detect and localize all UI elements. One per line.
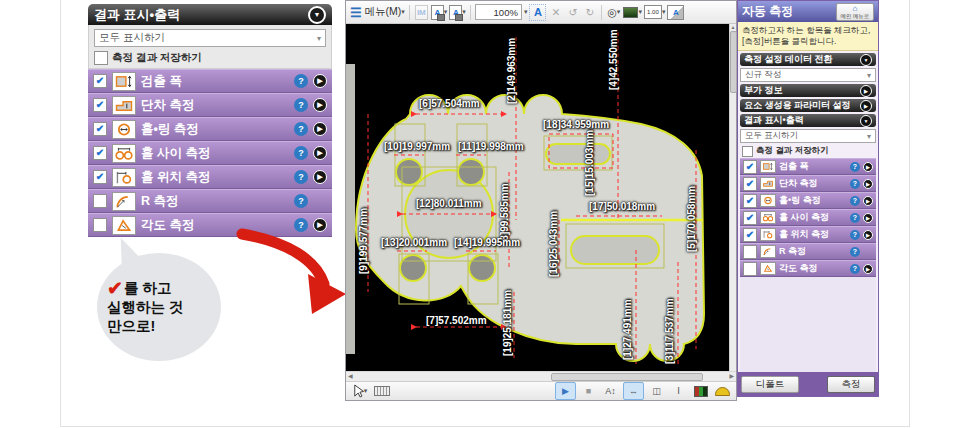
play-icon[interactable]: ▶ bbox=[863, 213, 873, 223]
caliper-tool-button[interactable]: 1.00▾ bbox=[644, 4, 666, 21]
section-measure-settings[interactable]: 측정 설정 데이터 전환 ▼ bbox=[740, 53, 876, 66]
vertical-scroll-thumb[interactable] bbox=[730, 31, 737, 93]
color-histogram-button[interactable] bbox=[691, 383, 710, 399]
measure-item-row[interactable]: ✔ 홀 사이 측정 ? ▶ bbox=[740, 209, 876, 226]
help-icon[interactable]: ? bbox=[294, 194, 308, 208]
measure-item-row[interactable]: ✔ 검출 폭 ? ▶ bbox=[740, 158, 876, 175]
stop-button[interactable]: ■ bbox=[579, 383, 598, 399]
horizontal-scrollbar[interactable]: ◀ ▶ bbox=[346, 371, 736, 381]
save-results-row-right[interactable]: 측정 결과 저장하기 bbox=[742, 145, 874, 157]
vertical-scrollbar[interactable]: ▲ bbox=[729, 24, 736, 371]
item-checkbox[interactable]: ✔ bbox=[743, 245, 757, 259]
help-icon[interactable]: ? bbox=[850, 213, 860, 223]
recipe-dropdown[interactable]: 신규 작성 ▾ bbox=[740, 68, 876, 82]
help-icon[interactable]: ? bbox=[294, 170, 308, 184]
measure-item-row[interactable]: ✔ R 측정 ? ▶ bbox=[740, 243, 876, 260]
measure-item-row[interactable]: ✔ 홀•링 측정 ? ▶ bbox=[88, 117, 332, 141]
measurement-canvas[interactable]: [6]57.504mm[2]149.963mm[4]42.550mm[18]34… bbox=[346, 24, 729, 371]
play-icon[interactable]: ▶ bbox=[863, 264, 873, 274]
stage-tool-button[interactable] bbox=[372, 383, 391, 399]
expand-icon[interactable]: ▶ bbox=[860, 85, 872, 97]
save-results-row[interactable]: 측정 결과 저장하기 bbox=[94, 51, 326, 65]
chevron-down-icon[interactable]: ▾ bbox=[524, 8, 528, 16]
save-results-checkbox[interactable] bbox=[742, 146, 753, 157]
play-icon[interactable]: ▶ bbox=[313, 74, 327, 88]
section-element-parameters[interactable]: 요소 생성용 파라미터 설정 ▶ bbox=[740, 99, 876, 112]
fit-width-button[interactable]: ↔ bbox=[623, 382, 644, 400]
play-icon[interactable]: ▶ bbox=[313, 122, 327, 136]
item-checkbox[interactable]: ✔ bbox=[93, 98, 107, 112]
print-button[interactable]: A▾ bbox=[449, 4, 466, 21]
scroll-up-icon[interactable]: ▲ bbox=[731, 24, 736, 30]
play-icon[interactable]: ▶ bbox=[313, 146, 327, 160]
play-icon[interactable]: ▶ bbox=[313, 98, 327, 112]
help-icon[interactable]: ? bbox=[294, 98, 308, 112]
help-icon[interactable]: ? bbox=[850, 196, 860, 206]
measure-item-row[interactable]: ✔ 홀 사이 측정 ? ▶ bbox=[88, 141, 332, 165]
help-icon[interactable]: ? bbox=[294, 74, 308, 88]
target-tool-button[interactable]: ◎▾ bbox=[606, 4, 621, 21]
measure-item-row[interactable]: ✔ 홀•링 측정 ? ▶ bbox=[740, 192, 876, 209]
display-filter-dropdown[interactable]: 모두 표시하기 ▾ bbox=[94, 29, 326, 47]
left-panel-header[interactable]: 결과 표시•출력 ▼ bbox=[88, 4, 332, 25]
measure-item-icon bbox=[760, 211, 776, 224]
item-checkbox[interactable]: ✔ bbox=[93, 122, 107, 136]
fit-to-screen-button[interactable]: A bbox=[529, 4, 546, 21]
caliper-bottom-button[interactable]: Ⅰ bbox=[669, 383, 688, 399]
measure-item-row[interactable]: ✔ 단차 측정 ? ▶ bbox=[740, 175, 876, 192]
measure-item-row[interactable]: ✔ 검출 폭 ? ▶ bbox=[88, 69, 332, 93]
measure-region-button[interactable]: ◫ bbox=[647, 383, 666, 399]
help-icon[interactable]: ? bbox=[294, 146, 308, 160]
scroll-left-icon[interactable]: ◀ bbox=[348, 372, 353, 381]
measure-item-row[interactable]: ✔ 단차 측정 ? ▶ bbox=[88, 93, 332, 117]
edge-tool-button[interactable]: A bbox=[667, 4, 684, 21]
measure-item-row[interactable]: ✔ 홀 위치 측정 ? ▶ bbox=[88, 165, 332, 189]
section-result-output[interactable]: 결과 표시•출력 ▼ bbox=[740, 114, 876, 127]
play-icon[interactable]: ▶ bbox=[863, 179, 873, 189]
collapse-icon[interactable]: ▼ bbox=[860, 115, 872, 127]
help-icon[interactable]: ? bbox=[850, 247, 860, 257]
play-icon[interactable]: ▶ bbox=[863, 162, 873, 172]
run-button[interactable]: ▶ bbox=[555, 382, 576, 400]
save-results-checkbox[interactable] bbox=[94, 51, 108, 65]
item-checkbox[interactable]: ✔ bbox=[93, 194, 107, 208]
play-icon[interactable]: ▶ bbox=[313, 170, 327, 184]
item-checkbox[interactable]: ✔ bbox=[743, 194, 757, 208]
item-checkbox[interactable]: ✔ bbox=[743, 160, 757, 174]
item-checkbox[interactable]: ✔ bbox=[93, 218, 107, 232]
expand-icon[interactable]: ▶ bbox=[860, 100, 872, 112]
save-image-button[interactable]: A▾ bbox=[431, 4, 448, 21]
item-checkbox[interactable]: ✔ bbox=[743, 211, 757, 225]
default-button[interactable]: 디폴트 bbox=[741, 376, 799, 393]
collapse-icon[interactable]: ▼ bbox=[308, 6, 326, 24]
item-checkbox[interactable]: ✔ bbox=[743, 228, 757, 242]
item-checkbox[interactable]: ✔ bbox=[93, 74, 107, 88]
pointer-tool-button[interactable]: ▾ bbox=[350, 383, 369, 399]
help-icon[interactable]: ? bbox=[850, 230, 860, 240]
brightness-tool-button[interactable]: ▾ bbox=[623, 4, 642, 21]
help-icon[interactable]: ? bbox=[850, 264, 860, 274]
item-checkbox[interactable]: ✔ bbox=[93, 146, 107, 160]
item-checkbox[interactable]: ✔ bbox=[93, 170, 107, 184]
play-icon[interactable]: ▶ bbox=[863, 196, 873, 206]
scroll-right-icon[interactable]: ▶ bbox=[729, 372, 734, 381]
help-icon[interactable]: ? bbox=[850, 179, 860, 189]
display-filter-dropdown-right[interactable]: 모두 표시하기 ▾ bbox=[740, 129, 876, 143]
help-icon[interactable]: ? bbox=[294, 122, 308, 136]
item-checkbox[interactable]: ✔ bbox=[743, 262, 757, 276]
main-menu-button[interactable]: ⌂ 메인 메뉴로 bbox=[836, 3, 874, 21]
collapse-icon[interactable]: ▼ bbox=[860, 54, 872, 66]
horizontal-scroll-thumb[interactable] bbox=[551, 373, 703, 381]
auto-focus-button[interactable]: A↕ bbox=[601, 383, 620, 399]
measure-button[interactable]: 측정 bbox=[827, 376, 875, 393]
measure-item-row[interactable]: ✔ 각도 측정 ? ▶ bbox=[740, 260, 876, 277]
help-icon[interactable]: ? bbox=[850, 162, 860, 172]
section-additional-info[interactable]: 부가 정보 ▶ bbox=[740, 84, 876, 97]
zoom-level-field[interactable]: 100% bbox=[475, 4, 522, 20]
play-icon[interactable]: ▶ bbox=[863, 230, 873, 240]
item-checkbox[interactable]: ✔ bbox=[743, 177, 757, 191]
ring-light-button[interactable] bbox=[713, 383, 732, 399]
measure-item-row[interactable]: ✔ R 측정 ? ▶ bbox=[88, 189, 332, 213]
menu-button[interactable]: ☰ 메뉴(M) ▾ bbox=[350, 4, 405, 21]
measure-item-row[interactable]: ✔ 홀 위치 측정 ? ▶ bbox=[740, 226, 876, 243]
